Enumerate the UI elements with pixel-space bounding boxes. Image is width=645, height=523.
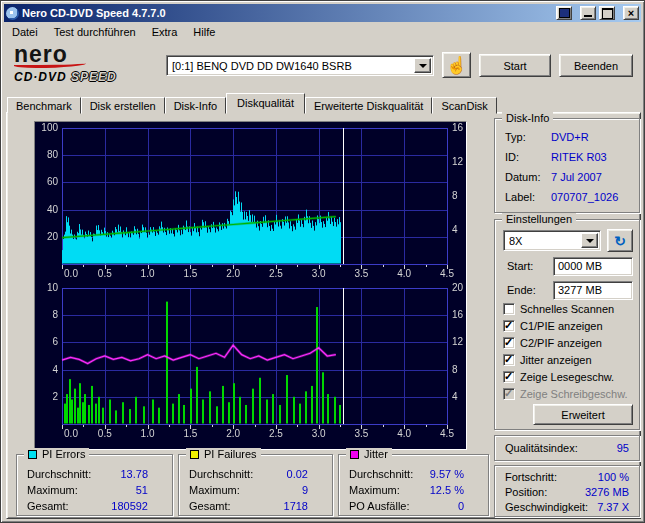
- avg-value: 0.02: [287, 468, 308, 480]
- app-icon: [6, 7, 19, 20]
- pi-errors-summary: PI Errors Durchschnitt:13.78 Maximum:51 …: [16, 454, 173, 516]
- chevron-down-icon: [419, 64, 427, 72]
- refresh-icon: ↻: [614, 233, 626, 249]
- product-name: CD·DVD SPEED: [14, 70, 164, 84]
- menu-test-durchfuehren[interactable]: Test durchführen: [46, 24, 144, 40]
- max-label: Maximum:: [349, 484, 400, 496]
- quality-charts-canvas: [35, 122, 466, 449]
- advanced-button[interactable]: Erweitert: [533, 404, 633, 425]
- disk-type-value: DVD+R: [551, 131, 589, 143]
- start-button[interactable]: Start: [479, 54, 551, 77]
- checkbox-label: C2/PIF anzeigen: [520, 337, 602, 349]
- pi-failures-summary: PI Failures Durchschnitt:0.02 Maximum:9 …: [178, 454, 333, 516]
- tab-strip: Benchmark Disk erstellen Disk-Info Diskq…: [7, 93, 497, 114]
- checkbox-label: Schnelles Scannen: [520, 303, 614, 315]
- window-title: Nero CD-DVD Speed 4.7.7.0: [22, 7, 553, 19]
- checkbox-c2-pif-anzeigen[interactable]: C2/PIF anzeigen: [503, 336, 602, 350]
- checkbox-zeige-schreibgeschw: Zeige Schreibgeschw.: [503, 387, 628, 401]
- nero-brand-text: nero: [14, 43, 164, 65]
- eject-hand-button[interactable]: ☝: [442, 52, 471, 78]
- avg-label: Durchschnitt:: [189, 468, 253, 480]
- menu-datei[interactable]: Datei: [4, 24, 46, 40]
- avg-value: 13.78: [120, 468, 148, 480]
- chevron-down-icon: [586, 239, 594, 247]
- max-label: Maximum:: [189, 484, 240, 496]
- checkbox-icon: [503, 337, 515, 349]
- max-value: 12.5 %: [430, 484, 464, 496]
- disk-type-label: Typ:: [505, 131, 526, 143]
- tab-disk-erstellen[interactable]: Disk erstellen: [81, 97, 165, 114]
- pi-errors-title: PI Errors: [42, 448, 85, 461]
- disk-date-label: Datum:: [505, 171, 540, 183]
- maximize-button[interactable]: [599, 6, 615, 20]
- pi-failures-title: PI Failures: [204, 448, 257, 461]
- position-value: 3276 MB: [585, 486, 629, 498]
- total-value: 180592: [111, 500, 148, 512]
- checkbox-zeige-lesegeschw[interactable]: Zeige Lesegeschw.: [503, 370, 614, 384]
- menu-extra[interactable]: Extra: [144, 24, 186, 40]
- checkbox-icon: [503, 303, 515, 315]
- checkbox-label: Jitter anzeigen: [520, 354, 592, 366]
- pi-failures-swatch: [190, 450, 199, 459]
- close-button[interactable]: ×: [623, 6, 639, 20]
- checkbox-schnelles-scannen[interactable]: Schnelles Scannen: [503, 302, 614, 316]
- menubar: Datei Test durchführen Extra Hilfe: [4, 23, 641, 41]
- disk-date-value: 7 Jul 2007: [551, 171, 602, 183]
- speed-dropdown-arrow[interactable]: [581, 233, 598, 248]
- tab-diskqualitaet[interactable]: Diskqualität: [226, 93, 305, 114]
- start-field[interactable]: 0000 MB: [553, 257, 633, 276]
- end-label: Ende:: [507, 284, 536, 296]
- menu-hilfe[interactable]: Hilfe: [185, 24, 223, 40]
- progress-value: 100 %: [598, 471, 629, 483]
- checkbox-jitter-anzeigen[interactable]: Jitter anzeigen: [503, 353, 592, 367]
- end-field[interactable]: 3277 MB: [553, 281, 633, 300]
- disk-id-value: RITEK R03: [551, 151, 607, 163]
- disk-label-value: 070707_1026: [551, 191, 618, 203]
- speed-label: Geschwindigkeit:: [505, 501, 588, 513]
- checkbox-icon: [503, 354, 515, 366]
- drive-dropdown-arrow[interactable]: [414, 58, 431, 73]
- product-name-cddvd: CD·DVD: [14, 70, 67, 84]
- avg-label: Durchschnitt:: [349, 468, 413, 480]
- settings-legend: Einstellungen: [502, 213, 576, 226]
- nero-logo: nero CD·DVD SPEED: [14, 43, 164, 84]
- titlebar-extra-button[interactable]: [556, 6, 572, 20]
- checkbox-icon: [503, 371, 515, 383]
- po-failures-value: 0: [458, 500, 464, 512]
- refresh-button[interactable]: ↻: [607, 229, 633, 252]
- charts-container: [34, 121, 467, 450]
- checkbox-c1-pie-anzeigen[interactable]: C1/PIE anzeigen: [503, 319, 603, 333]
- quit-button[interactable]: Beenden: [559, 54, 633, 77]
- titlebar[interactable]: Nero CD-DVD Speed 4.7.7.0 ×: [4, 4, 641, 22]
- quality-index-panel: Qualitätsindex: 95: [494, 435, 640, 461]
- start-label: Start:: [507, 260, 533, 272]
- avg-value: 9.57 %: [430, 468, 464, 480]
- speed-select[interactable]: 8X: [503, 230, 601, 251]
- settings-group: Einstellungen 8X ↻ Start: 0000 MB Ende: …: [494, 219, 640, 430]
- header: nero CD·DVD SPEED [0:1] BENQ DVD DD DW16…: [4, 41, 641, 93]
- jitter-swatch: [350, 450, 359, 459]
- speed-value: 7.37 X: [597, 501, 629, 513]
- position-label: Position:: [505, 486, 547, 498]
- jitter-title: Jitter: [364, 448, 388, 461]
- progress-panel: Fortschritt: 100 % Position: 3276 MB Ges…: [494, 465, 640, 517]
- pi-errors-swatch: [28, 450, 37, 459]
- disk-info-legend: Disk-Info: [502, 112, 553, 125]
- tab-scandisk[interactable]: ScanDisk: [432, 97, 496, 114]
- minimize-button[interactable]: [580, 6, 596, 20]
- max-label: Maximum:: [27, 484, 78, 496]
- checkbox-icon: [503, 388, 515, 400]
- max-value: 9: [302, 484, 308, 496]
- disk-info-group: Disk-Info Typ: DVD+R ID: RITEK R03 Datum…: [494, 118, 640, 213]
- po-failures-label: PO Ausfälle:: [349, 500, 410, 512]
- checkbox-label: Zeige Schreibgeschw.: [520, 388, 628, 400]
- checkbox-label: C1/PIE anzeigen: [520, 320, 603, 332]
- total-value: 1718: [284, 500, 308, 512]
- tab-benchmark[interactable]: Benchmark: [7, 97, 81, 114]
- tab-disk-info[interactable]: Disk-Info: [165, 97, 226, 114]
- max-value: 51: [136, 484, 148, 496]
- hand-icon: ☝: [446, 55, 467, 76]
- drive-select[interactable]: [0:1] BENQ DVD DD DW1640 BSRB: [166, 55, 434, 76]
- checkbox-icon: [503, 320, 515, 332]
- tab-erweiterte-diskqualitaet[interactable]: Erweiterte Diskqualität: [305, 97, 432, 114]
